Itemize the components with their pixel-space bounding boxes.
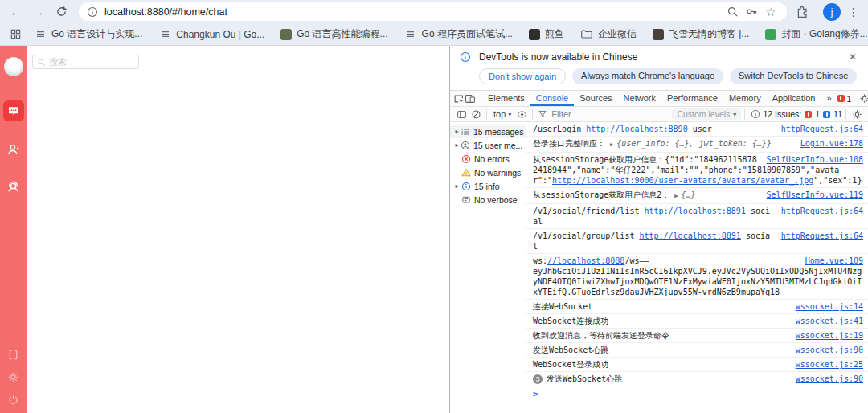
message-link[interactable]: http://localhost:9000/user-avatars/avata… <box>552 176 813 185</box>
page-content: DevTools is now available in Chinese ✕ D… <box>0 46 868 413</box>
close-icon[interactable]: ✕ <box>845 51 860 63</box>
console-message: httpRequest.js:64/v1/social/group/list h… <box>526 229 868 254</box>
expand-arrow-icon[interactable]: ▶ <box>610 141 613 148</box>
source-link[interactable]: wssocket.js:25 <box>796 359 863 370</box>
tab-performance[interactable]: Performance <box>661 91 723 106</box>
console-filter-item[interactable]: ▸15 info <box>450 179 526 193</box>
device-toolbar-icon[interactable] <box>465 92 476 106</box>
message-link[interactable]: http://localhost:8891 <box>644 206 745 215</box>
message-link[interactable]: http://localhost:8890 <box>586 125 687 133</box>
console-sidebar-toggle-icon[interactable] <box>454 108 469 121</box>
issues-info-badge-icon <box>823 111 830 118</box>
expand-caret-icon[interactable]: ▸ <box>453 128 461 135</box>
source-link[interactable]: SelfUserInfo.vue:119 <box>767 190 863 200</box>
console-filter-item[interactable]: ▸15 user me... <box>450 138 526 152</box>
message-link[interactable]: http://localhost:8891 <box>639 231 740 240</box>
logout-button[interactable] <box>3 389 24 410</box>
switch-to-chinese-button[interactable]: Switch DevTools to Chinese <box>730 68 857 84</box>
message-text: /v1/social/friend/list <box>533 206 644 215</box>
expand-caret-icon[interactable]: ▸ <box>453 182 461 190</box>
tab-application[interactable]: Application <box>767 91 821 106</box>
issues-info-icon[interactable] <box>748 108 763 121</box>
tab-network[interactable]: Network <box>618 91 661 106</box>
apps-grid-icon[interactable] <box>8 27 23 42</box>
bookmark-item[interactable]: Go 程序员面试笔试... <box>404 27 513 41</box>
source-link[interactable]: httpRequest.js:64 <box>781 206 863 216</box>
expand-caret-icon[interactable]: ▸ <box>453 141 461 149</box>
source-link[interactable]: httpRequest.js:64 <box>781 124 863 134</box>
match-language-button[interactable]: Always match Chrome's language <box>572 68 723 84</box>
issues-counter[interactable]: 12 Issues: 1 11 <box>763 109 842 119</box>
bookmark-item[interactable]: Go 语言高性能编程... <box>280 27 387 41</box>
tab-memory[interactable]: Memory <box>723 91 767 106</box>
message-text: ws: <box>533 256 547 265</box>
live-expression-eye-icon[interactable] <box>514 108 529 121</box>
bookmark-item[interactable]: 封面 · Golang修养... <box>765 27 867 41</box>
nav-chat-button[interactable] <box>3 100 24 121</box>
source-link[interactable]: SelfUserInfo.vue:108 <box>767 154 863 165</box>
console-filter-item[interactable]: No warnings <box>450 166 526 179</box>
url-text[interactable]: localhost:8880/#/home/chat <box>104 6 721 18</box>
console-filter-item[interactable]: No errors <box>450 152 526 166</box>
inspect-element-icon[interactable] <box>453 92 465 106</box>
tab-elements[interactable]: Elements <box>482 91 530 106</box>
nav-contacts-button[interactable] <box>3 139 24 160</box>
more-tabs-icon[interactable]: » <box>821 91 837 106</box>
source-link[interactable]: Login.vue:178 <box>800 138 863 149</box>
bookmark-label: 封面 · Golang修养... <box>781 27 867 41</box>
message-link[interactable]: //localhost:8088 <box>547 256 624 265</box>
extensions-icon[interactable] <box>793 3 811 21</box>
console-message: httpRequest.js:64/userLogin http://local… <box>526 122 868 137</box>
forward-button[interactable]: → <box>29 2 48 22</box>
object-preview[interactable]: {user_info: {…}, jwt_token: {…}} <box>616 139 772 148</box>
info-icon <box>461 181 471 191</box>
password-key-icon[interactable] <box>743 4 760 20</box>
bookmark-item[interactable]: 企业微信 <box>580 27 637 41</box>
source-link[interactable]: httpRequest.js:64 <box>781 231 863 241</box>
expand-arrow-icon[interactable]: ▶ <box>674 193 678 199</box>
fullscreen-button[interactable] <box>3 344 24 365</box>
site-info-icon[interactable] <box>87 6 98 18</box>
bookmark-item[interactable]: Changkun Ou | Go... <box>158 28 264 41</box>
bookmark-star-icon[interactable]: ☆ <box>763 4 779 20</box>
tab-console[interactable]: Console <box>530 91 574 106</box>
nav-groups-button[interactable] <box>3 176 24 197</box>
settings-button[interactable] <box>3 366 24 387</box>
back-button[interactable]: ← <box>6 2 26 22</box>
log-levels-dropdown[interactable]: Custom levels ▾ <box>672 108 741 120</box>
console-filter[interactable] <box>538 109 672 119</box>
url-bar[interactable]: localhost:8880/#/home/chat ☆ <box>79 2 787 21</box>
context-selector[interactable]: top ▾ <box>490 109 514 119</box>
source-link[interactable]: wssocket.js:90 <box>796 345 863 355</box>
search-input[interactable] <box>49 57 134 67</box>
message-text: 收到欢迎消息，等待前端发送登录命令 <box>533 331 669 340</box>
devtools-settings-icon[interactable] <box>856 92 868 106</box>
browser-menu-icon[interactable]: ⋮ <box>845 6 862 18</box>
zoom-icon[interactable] <box>724 4 740 20</box>
object-preview[interactable]: {…} <box>682 190 696 199</box>
console-error-indicator[interactable]: 1 <box>837 94 852 104</box>
group-headset-icon <box>6 180 20 194</box>
chat-search-box[interactable] <box>32 55 139 69</box>
dont-show-again-button[interactable]: Don't show again <box>479 68 566 84</box>
message-text: /v1/social/friend/list http://localhost:… <box>533 206 770 226</box>
console-filter-item[interactable]: ▸15 messages <box>450 125 526 138</box>
source-link[interactable]: wssocket.js:90 <box>796 374 863 384</box>
console-message: wssocket.js:903发送WebSocket心跳 <box>526 372 868 386</box>
clear-console-icon[interactable] <box>469 108 483 121</box>
console-settings-icon[interactable] <box>850 108 864 121</box>
filter-input[interactable] <box>551 109 648 119</box>
source-link[interactable]: Home.vue:109 <box>805 256 863 266</box>
profile-avatar[interactable]: j <box>823 3 841 21</box>
console-prompt[interactable]: > <box>526 386 868 402</box>
user-avatar[interactable] <box>4 57 23 76</box>
tab-sources[interactable]: Sources <box>574 91 617 106</box>
console-filter-item[interactable]: No verbose <box>450 193 526 206</box>
source-link[interactable]: wssocket.js:14 <box>796 301 863 312</box>
source-link[interactable]: wssocket.js:41 <box>796 316 863 326</box>
bookmark-item[interactable]: Go 语言设计与实现... <box>34 27 142 41</box>
bookmark-item[interactable]: 煎鱼 <box>529 27 564 41</box>
source-link[interactable]: wssocket.js:19 <box>796 330 863 341</box>
refresh-button[interactable] <box>51 2 71 22</box>
bookmark-item[interactable]: 飞雪无情的博客 |... <box>653 27 749 41</box>
